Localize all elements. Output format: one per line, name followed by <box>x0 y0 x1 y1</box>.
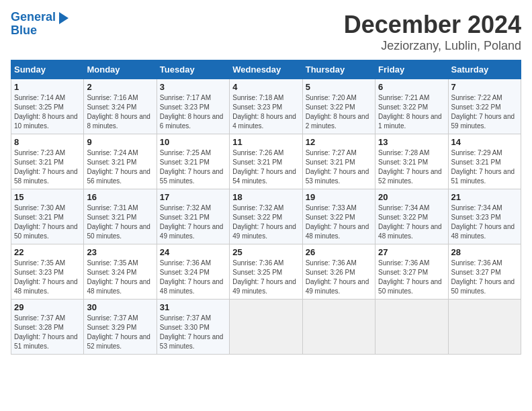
day-header-sunday: Sunday <box>11 60 84 79</box>
day-detail: Sunrise: 7:36 AMSunset: 3:25 PMDaylight:… <box>232 259 296 295</box>
calendar-cell: 1 Sunrise: 7:14 AMSunset: 3:25 PMDayligh… <box>11 79 84 134</box>
day-detail: Sunrise: 7:32 AMSunset: 3:21 PMDaylight:… <box>160 204 224 240</box>
day-number: 23 <box>87 247 153 257</box>
day-number: 4 <box>232 82 299 92</box>
calendar-title: December 2024 <box>344 11 521 39</box>
calendar-cell <box>375 300 448 355</box>
day-detail: Sunrise: 7:29 AMSunset: 3:21 PMDaylight:… <box>451 149 515 185</box>
day-number: 5 <box>306 82 372 92</box>
calendar-table: SundayMondayTuesdayWednesdayThursdayFrid… <box>11 60 521 355</box>
day-detail: Sunrise: 7:24 AMSunset: 3:21 PMDaylight:… <box>87 149 150 185</box>
day-number: 22 <box>14 247 81 257</box>
day-number: 30 <box>87 302 153 312</box>
day-number: 19 <box>306 192 372 202</box>
day-number: 2 <box>87 82 153 92</box>
calendar-cell: 2 Sunrise: 7:16 AMSunset: 3:24 PMDayligh… <box>84 79 157 134</box>
calendar-cell: 8 Sunrise: 7:23 AMSunset: 3:21 PMDayligh… <box>11 134 84 189</box>
day-number: 13 <box>378 137 445 147</box>
day-detail: Sunrise: 7:27 AMSunset: 3:21 PMDaylight:… <box>306 149 369 185</box>
calendar-cell: 30 Sunrise: 7:37 AMSunset: 3:29 PMDaylig… <box>84 300 157 355</box>
day-number: 1 <box>14 82 81 92</box>
calendar-cell: 27 Sunrise: 7:36 AMSunset: 3:27 PMDaylig… <box>375 244 448 300</box>
day-number: 11 <box>232 137 299 147</box>
calendar-cell: 22 Sunrise: 7:35 AMSunset: 3:23 PMDaylig… <box>11 244 84 300</box>
day-header-tuesday: Tuesday <box>157 60 229 79</box>
calendar-header-row: SundayMondayTuesdayWednesdayThursdayFrid… <box>11 60 521 79</box>
day-number: 3 <box>160 82 226 92</box>
day-number: 14 <box>451 137 518 147</box>
day-detail: Sunrise: 7:37 AMSunset: 3:29 PMDaylight:… <box>87 314 150 350</box>
calendar-cell: 31 Sunrise: 7:37 AMSunset: 3:30 PMDaylig… <box>157 300 229 355</box>
calendar-cell: 20 Sunrise: 7:34 AMSunset: 3:22 PMDaylig… <box>375 189 448 244</box>
calendar-cell: 29 Sunrise: 7:37 AMSunset: 3:28 PMDaylig… <box>11 300 84 355</box>
day-detail: Sunrise: 7:21 AMSunset: 3:22 PMDaylight:… <box>378 94 442 130</box>
day-detail: Sunrise: 7:16 AMSunset: 3:24 PMDaylight:… <box>87 94 150 130</box>
calendar-cell: 14 Sunrise: 7:29 AMSunset: 3:21 PMDaylig… <box>448 134 521 189</box>
logo-text: General <box>11 11 56 24</box>
day-detail: Sunrise: 7:35 AMSunset: 3:24 PMDaylight:… <box>87 259 150 295</box>
calendar-cell <box>448 300 521 355</box>
day-number: 29 <box>14 302 81 312</box>
calendar-week-4: 22 Sunrise: 7:35 AMSunset: 3:23 PMDaylig… <box>11 244 521 300</box>
day-detail: Sunrise: 7:22 AMSunset: 3:22 PMDaylight:… <box>451 94 515 130</box>
day-detail: Sunrise: 7:26 AMSunset: 3:21 PMDaylight:… <box>232 149 296 185</box>
day-detail: Sunrise: 7:34 AMSunset: 3:23 PMDaylight:… <box>451 204 515 240</box>
calendar-week-1: 1 Sunrise: 7:14 AMSunset: 3:25 PMDayligh… <box>11 79 521 134</box>
day-number: 20 <box>378 192 445 202</box>
page-header: General Blue December 2024 Jeziorzany, L… <box>11 11 521 53</box>
day-number: 16 <box>87 192 153 202</box>
day-detail: Sunrise: 7:37 AMSunset: 3:28 PMDaylight:… <box>14 314 78 350</box>
calendar-cell: 7 Sunrise: 7:22 AMSunset: 3:22 PMDayligh… <box>448 79 521 134</box>
day-number: 31 <box>160 302 226 312</box>
day-detail: Sunrise: 7:17 AMSunset: 3:23 PMDaylight:… <box>160 94 224 130</box>
calendar-week-5: 29 Sunrise: 7:37 AMSunset: 3:28 PMDaylig… <box>11 300 521 355</box>
calendar-cell: 13 Sunrise: 7:28 AMSunset: 3:21 PMDaylig… <box>375 134 448 189</box>
day-number: 27 <box>378 247 445 257</box>
calendar-cell <box>302 300 375 355</box>
calendar-cell: 9 Sunrise: 7:24 AMSunset: 3:21 PMDayligh… <box>84 134 157 189</box>
logo: General Blue <box>11 11 69 38</box>
day-header-monday: Monday <box>84 60 157 79</box>
calendar-cell: 4 Sunrise: 7:18 AMSunset: 3:23 PMDayligh… <box>230 79 302 134</box>
calendar-cell: 17 Sunrise: 7:32 AMSunset: 3:21 PMDaylig… <box>157 189 229 244</box>
day-detail: Sunrise: 7:28 AMSunset: 3:21 PMDaylight:… <box>378 149 442 185</box>
calendar-cell: 10 Sunrise: 7:25 AMSunset: 3:21 PMDaylig… <box>157 134 229 189</box>
day-number: 7 <box>451 82 518 92</box>
day-header-saturday: Saturday <box>448 60 521 79</box>
calendar-cell: 19 Sunrise: 7:33 AMSunset: 3:22 PMDaylig… <box>302 189 375 244</box>
day-number: 15 <box>14 192 81 202</box>
calendar-cell: 11 Sunrise: 7:26 AMSunset: 3:21 PMDaylig… <box>230 134 302 189</box>
calendar-cell: 26 Sunrise: 7:36 AMSunset: 3:26 PMDaylig… <box>302 244 375 300</box>
day-detail: Sunrise: 7:32 AMSunset: 3:22 PMDaylight:… <box>232 204 296 240</box>
calendar-subtitle: Jeziorzany, Lublin, Poland <box>344 39 521 53</box>
calendar-body: 1 Sunrise: 7:14 AMSunset: 3:25 PMDayligh… <box>11 79 521 355</box>
logo-blue: Blue <box>11 24 37 38</box>
day-number: 24 <box>160 247 226 257</box>
day-detail: Sunrise: 7:18 AMSunset: 3:23 PMDaylight:… <box>232 94 296 130</box>
day-detail: Sunrise: 7:36 AMSunset: 3:24 PMDaylight:… <box>160 259 224 295</box>
day-detail: Sunrise: 7:20 AMSunset: 3:22 PMDaylight:… <box>306 94 369 130</box>
calendar-cell: 6 Sunrise: 7:21 AMSunset: 3:22 PMDayligh… <box>375 79 448 134</box>
calendar-cell: 25 Sunrise: 7:36 AMSunset: 3:25 PMDaylig… <box>230 244 302 300</box>
day-header-wednesday: Wednesday <box>230 60 302 79</box>
calendar-cell: 24 Sunrise: 7:36 AMSunset: 3:24 PMDaylig… <box>157 244 229 300</box>
day-number: 25 <box>232 247 299 257</box>
title-block: December 2024 Jeziorzany, Lublin, Poland <box>344 11 521 53</box>
calendar-cell: 23 Sunrise: 7:35 AMSunset: 3:24 PMDaylig… <box>84 244 157 300</box>
day-detail: Sunrise: 7:36 AMSunset: 3:27 PMDaylight:… <box>451 259 515 295</box>
day-header-friday: Friday <box>375 60 448 79</box>
day-number: 17 <box>160 192 226 202</box>
day-number: 21 <box>451 192 518 202</box>
day-header-thursday: Thursday <box>302 60 375 79</box>
day-number: 12 <box>306 137 372 147</box>
calendar-cell: 3 Sunrise: 7:17 AMSunset: 3:23 PMDayligh… <box>157 79 229 134</box>
day-number: 10 <box>160 137 226 147</box>
day-detail: Sunrise: 7:14 AMSunset: 3:25 PMDaylight:… <box>14 94 78 130</box>
calendar-cell: 12 Sunrise: 7:27 AMSunset: 3:21 PMDaylig… <box>302 134 375 189</box>
calendar-cell: 15 Sunrise: 7:30 AMSunset: 3:21 PMDaylig… <box>11 189 84 244</box>
day-detail: Sunrise: 7:36 AMSunset: 3:26 PMDaylight:… <box>306 259 369 295</box>
day-number: 18 <box>232 192 299 202</box>
day-number: 26 <box>306 247 372 257</box>
day-detail: Sunrise: 7:35 AMSunset: 3:23 PMDaylight:… <box>14 259 78 295</box>
calendar-week-2: 8 Sunrise: 7:23 AMSunset: 3:21 PMDayligh… <box>11 134 521 189</box>
